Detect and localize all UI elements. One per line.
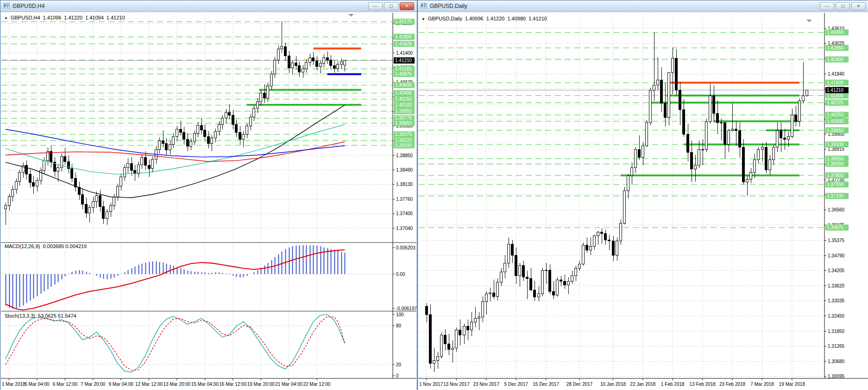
minimize-icon: — bbox=[373, 4, 377, 8]
level-lines bbox=[419, 83, 824, 175]
svg-text:23 Feb 2018: 23 Feb 2018 bbox=[719, 382, 746, 387]
window-title: GBPUSD,H4 bbox=[13, 3, 44, 9]
restore-icon: ▢ bbox=[841, 4, 845, 8]
stoch-indicator-label: Stoch(13,3,3) 53.0625 51.5474 bbox=[5, 313, 76, 319]
svg-text:1.41400: 1.41400 bbox=[396, 51, 413, 56]
svg-text:1.37550: 1.37550 bbox=[827, 182, 844, 187]
chart-area-h4[interactable]: 1.421301.417601.414001.410401.406701.403… bbox=[1, 12, 416, 390]
svg-text:1.39225: 1.39225 bbox=[395, 138, 412, 143]
close-icon: ✕ bbox=[857, 4, 861, 8]
svg-text:1.43450: 1.43450 bbox=[827, 30, 844, 35]
price-axis: 1.436101.430251.424401.418401.412551.406… bbox=[824, 26, 849, 379]
svg-text:1.40000: 1.40000 bbox=[827, 119, 844, 124]
macd-name: MACD(12,26,9) bbox=[5, 243, 40, 249]
svg-text:1.37100: 1.37100 bbox=[827, 193, 844, 198]
svg-text:19 Mar 20:00: 19 Mar 20:00 bbox=[247, 382, 275, 387]
svg-text:13 Mar 20:00: 13 Mar 20:00 bbox=[163, 382, 190, 387]
svg-text:23 Nov 2017: 23 Nov 2017 bbox=[473, 382, 499, 387]
quote-low: 1.40980 bbox=[507, 16, 526, 21]
svg-text:10 Jan 2018: 10 Jan 2018 bbox=[600, 382, 626, 387]
svg-text:1.40600: 1.40600 bbox=[395, 83, 412, 88]
svg-text:1 Mar 2018: 1 Mar 2018 bbox=[2, 382, 25, 387]
chart-window-icon bbox=[3, 2, 10, 10]
quote-line: ▼ GBPUSD,H4 1.41096 1.41220 1.41094 1.41… bbox=[4, 15, 125, 20]
close-button[interactable]: ✕ bbox=[851, 2, 866, 10]
svg-text:1.39650: 1.39650 bbox=[395, 121, 412, 126]
close-button[interactable]: ✕ bbox=[400, 2, 414, 10]
quote-open: 1.41096 bbox=[43, 15, 62, 20]
svg-text:1.39100: 1.39100 bbox=[395, 143, 412, 148]
minimize-button[interactable]: — bbox=[368, 2, 383, 10]
mdi-workspace: { "icons": { "dropdown": "▼", "minimize"… bbox=[0, 0, 868, 390]
svg-text:1.32450: 1.32450 bbox=[828, 313, 845, 319]
quote-symbol: GBPUSD,H4 bbox=[11, 15, 40, 20]
svg-text:1.40875: 1.40875 bbox=[395, 71, 412, 77]
svg-text:1.42175: 1.42175 bbox=[395, 19, 412, 24]
grid-layer bbox=[1, 16, 393, 377]
svg-text:1.39375: 1.39375 bbox=[395, 132, 412, 137]
svg-text:15 Dec 2017: 15 Dec 2017 bbox=[533, 382, 559, 387]
chart-window-h4[interactable]: GBPUSD,H4 — ▢ ✕ 1.421301.417601.414001.4… bbox=[0, 0, 417, 390]
quote-line: ▼ GBPUSD,Daily 1.40996 1.41220 1.40980 1… bbox=[421, 16, 547, 21]
svg-text:1.38850: 1.38850 bbox=[396, 153, 413, 158]
price-axis: 1.421301.417601.414001.410401.406701.403… bbox=[393, 19, 416, 378]
svg-text:0.00: 0.00 bbox=[396, 272, 405, 277]
svg-text:1.36560: 1.36560 bbox=[828, 207, 845, 212]
ma-red bbox=[6, 142, 345, 162]
quote-high: 1.41220 bbox=[64, 15, 82, 20]
stoch-k-line bbox=[6, 314, 345, 372]
symbol-dropdown-icon[interactable]: ▼ bbox=[421, 17, 425, 21]
svg-text:22 Jan 2018: 22 Jan 2018 bbox=[630, 382, 655, 387]
ma-blue bbox=[6, 129, 345, 157]
grid-layer bbox=[419, 19, 824, 377]
restore-button[interactable]: ▢ bbox=[836, 2, 850, 10]
svg-text:100: 100 bbox=[396, 312, 404, 317]
svg-text:1.39100: 1.39100 bbox=[827, 142, 844, 147]
svg-text:1.41210: 1.41210 bbox=[395, 58, 412, 63]
svg-text:1.31265: 1.31265 bbox=[828, 344, 845, 349]
svg-text:21 Mar 04:00: 21 Mar 04:00 bbox=[275, 382, 302, 387]
svg-text:16 Mar 12:00: 16 Mar 12:00 bbox=[219, 382, 246, 387]
svg-text:1.38350: 1.38350 bbox=[827, 161, 844, 166]
svg-text:19 Mar 2018: 19 Mar 2018 bbox=[779, 382, 805, 387]
svg-text:1.40725: 1.40725 bbox=[827, 100, 844, 105]
close-icon: ✕ bbox=[405, 4, 409, 8]
svg-text:5 Dec 2017: 5 Dec 2017 bbox=[504, 382, 528, 387]
svg-text:1.40100: 1.40100 bbox=[395, 102, 412, 108]
svg-text:1.33035: 1.33035 bbox=[828, 298, 845, 303]
svg-text:1.39775: 1.39775 bbox=[395, 115, 412, 121]
quote-symbol: GBPUSD,Daily bbox=[428, 16, 462, 21]
quote-close: 1.41210 bbox=[107, 15, 125, 20]
minimize-icon: — bbox=[825, 4, 829, 8]
restore-button[interactable]: ▢ bbox=[384, 2, 398, 10]
svg-text:20: 20 bbox=[396, 362, 402, 367]
symbol-dropdown-icon[interactable]: ▼ bbox=[4, 16, 8, 20]
chart-window-icon bbox=[421, 2, 427, 10]
svg-text:0.005203: 0.005203 bbox=[396, 245, 415, 250]
svg-text:1.34205: 1.34205 bbox=[828, 268, 845, 273]
svg-text:1.30680: 1.30680 bbox=[828, 359, 845, 364]
macd-values: 0.003685 0.004219 bbox=[43, 243, 87, 249]
time-axis: 1 Mar 20185 Mar 04:006 Mar 12:007 Mar 20… bbox=[2, 378, 331, 387]
svg-text:12 Mar 12:00: 12 Mar 12:00 bbox=[135, 382, 163, 387]
stoch-name: Stoch(13,3,3) bbox=[5, 313, 35, 319]
svg-text:1.40400: 1.40400 bbox=[395, 90, 412, 96]
restore-icon: ▢ bbox=[389, 4, 393, 8]
macd-indicator-label: MACD(12,26,9) 0.003685 0.004219 bbox=[5, 243, 87, 249]
svg-text:1.33620: 1.33620 bbox=[828, 283, 845, 288]
daily-chart-svg[interactable]: 1.436101.430251.424401.418401.412551.406… bbox=[418, 12, 868, 390]
svg-text:1.41800: 1.41800 bbox=[395, 34, 412, 39]
chart-window-daily[interactable]: GBPUSD,Daily — ▢ ✕ 1.436101.430251.42440… bbox=[417, 0, 868, 390]
indicator-layer bbox=[1, 245, 393, 372]
svg-text:1.31850: 1.31850 bbox=[828, 329, 845, 334]
stoch-d-line bbox=[6, 316, 345, 370]
chart-area-daily[interactable]: 1.436101.430251.424401.418401.412551.406… bbox=[418, 12, 868, 390]
window-titlebar[interactable]: GBPUSD,Daily — ▢ ✕ bbox=[418, 0, 868, 12]
h4-chart-svg[interactable]: 1.421301.417601.414001.410401.406701.403… bbox=[1, 12, 416, 390]
ma-teal bbox=[6, 124, 345, 174]
minimize-button[interactable]: — bbox=[820, 2, 834, 10]
chart-shift-icon bbox=[348, 14, 354, 17]
svg-text:1.37040: 1.37040 bbox=[396, 226, 413, 231]
svg-text:1.35375: 1.35375 bbox=[828, 238, 845, 243]
window-titlebar[interactable]: GBPUSD,H4 — ▢ ✕ bbox=[0, 0, 417, 12]
